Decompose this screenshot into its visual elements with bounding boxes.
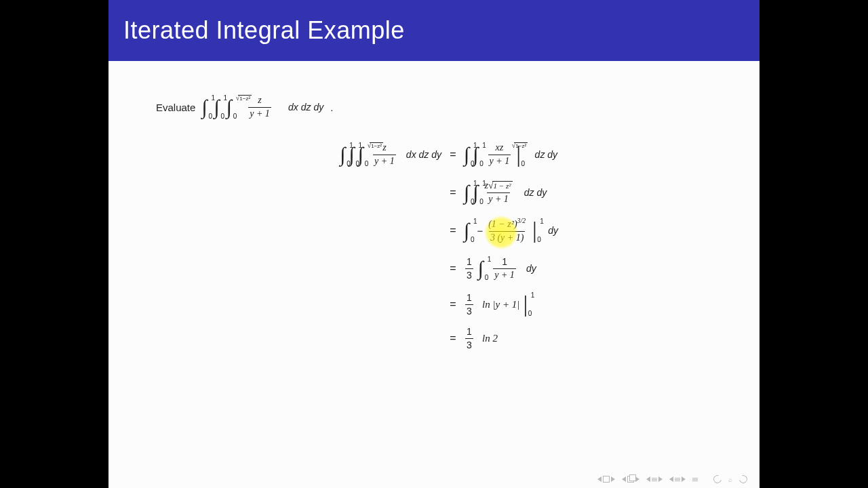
prompt-line: Evaluate ∫ 1 0 ∫ 1 0 ∫ 1−z² 0 z y + 1: [156, 95, 333, 120]
equals-sign: =: [443, 148, 463, 161]
slide-title: Iterated Integral Example: [123, 16, 405, 45]
outer-integral: ∫ 1 0: [201, 97, 207, 117]
mid-integral: ∫ 1 0: [214, 97, 220, 117]
beamer-nav: ⌕: [597, 474, 747, 484]
square-icon: [603, 476, 610, 483]
derivation: ∫ 1 0 ∫ 1 0 ∫ 1−z² 0 z y + 1: [268, 136, 559, 355]
inner-integral: ∫ 1−z² 0: [226, 97, 232, 117]
slide: Iterated Integral Example Evaluate ∫ 1 0…: [108, 0, 760, 488]
stack-icon: [627, 476, 634, 483]
rhs: ∫ 1 0 ∫ 1 0 xz y + 1 | 1−z² 0: [463, 142, 559, 167]
nav-frame[interactable]: [692, 478, 698, 481]
redo-icon[interactable]: [738, 474, 749, 485]
nav-subslide-prev[interactable]: [646, 476, 663, 482]
derivation-row: = 1 3 ∫ 1 0 1 y + 1 dy: [268, 249, 559, 287]
differential: dx dz dy: [288, 102, 323, 113]
bars-icon: [692, 478, 698, 481]
integrand: z y + 1: [248, 95, 271, 120]
eval-bar: | 1−z² 0: [516, 143, 521, 166]
nav-search-icon[interactable]: ⌕: [728, 476, 732, 483]
derivation-row: = ∫ 1 0 − (1 − z²)3/2 3 (y + 1) | 1 0: [268, 211, 559, 249]
prompt-suffix: .: [330, 102, 333, 113]
bars-icon: [675, 478, 680, 481]
bars-icon: [652, 478, 657, 481]
prompt-prefix: Evaluate: [156, 102, 195, 113]
derivation-row: ∫ 1 0 ∫ 1 0 ∫ 1−z² 0 z y + 1: [268, 136, 559, 174]
nav-slide-first[interactable]: [597, 476, 615, 483]
derivation-row: = ∫ 1 0 ∫ 1 0 z1 − z² y + 1 dz dy: [268, 174, 559, 211]
derivation-row: = 1 3 ln 2: [268, 321, 559, 355]
nav-slide-prev[interactable]: [622, 476, 639, 483]
lhs: ∫ 1 0 ∫ 1 0 ∫ 1−z² 0 z y + 1: [268, 142, 443, 167]
undo-icon[interactable]: [712, 474, 723, 485]
title-bar: Iterated Integral Example: [108, 0, 760, 61]
derivation-row: = 1 3 ln |y + 1| | 1 0: [268, 287, 559, 321]
nav-subslide-next[interactable]: [669, 476, 686, 482]
